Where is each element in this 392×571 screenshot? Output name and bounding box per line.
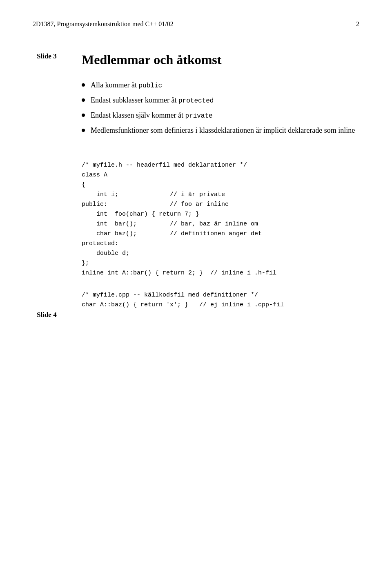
code-line-foo: int foo(char) { return 7; } bbox=[82, 210, 359, 219]
code-protected: protected bbox=[178, 97, 214, 105]
page: 2D1387, Programsystemkonstruktion med C+… bbox=[0, 0, 392, 571]
list-item: Alla kommer åt public bbox=[82, 80, 359, 91]
code-line-baz: char baz(); // definitionen anger det bbox=[82, 229, 359, 239]
code-line-protected: protected: bbox=[82, 239, 359, 249]
bullet-dot-icon bbox=[82, 83, 85, 87]
code-block-1: /* myfile.h -- headerfil med deklaration… bbox=[82, 161, 359, 278]
list-item: Endast subklasser kommer åt protected bbox=[82, 95, 359, 106]
page-header: 2D1387, Programsystemkonstruktion med C+… bbox=[33, 20, 359, 28]
bullet-dot-icon bbox=[82, 98, 85, 102]
code-comment-1: /* myfile.h -- headerfil med deklaration… bbox=[82, 161, 359, 170]
header-page-number: 2 bbox=[356, 20, 359, 28]
code-comment-2: /* myfile.cpp -- källkodsfil med definit… bbox=[82, 290, 359, 300]
code-line-bar: int bar(); // bar, baz är inline om bbox=[82, 219, 359, 229]
code-public: public bbox=[138, 82, 162, 89]
header-title: 2D1387, Programsystemkonstruktion med C+… bbox=[33, 20, 174, 28]
bullet-text-3: Endast klassen själv kommer åt private bbox=[91, 110, 359, 121]
code-line-inline-bar: inline int A::bar() { return 2; } // inl… bbox=[82, 268, 359, 278]
code-line-brace-close: }; bbox=[82, 259, 359, 268]
list-item: Medlemsfunktioner som definieras i klass… bbox=[82, 125, 359, 136]
code-line-baz-def: char A::baz() { return 'x'; } // ej inli… bbox=[82, 300, 359, 310]
bullet-text-2: Endast subklasser kommer åt protected bbox=[91, 95, 359, 106]
code-line-int-i: int i; // i är private bbox=[82, 190, 359, 200]
code-line-double: double d; bbox=[82, 249, 359, 259]
slide3-label: Slide 3 bbox=[37, 52, 57, 60]
bullet-dot-icon bbox=[82, 129, 85, 132]
bullet-text-4: Medlemsfunktioner som definieras i klass… bbox=[91, 125, 359, 136]
slide3-title: Medlemmar och åtkomst bbox=[82, 52, 359, 67]
code-line-brace-open: { bbox=[82, 180, 359, 190]
slide4-section: /* myfile.h -- headerfil med deklaration… bbox=[82, 161, 359, 310]
code-line-class: class A bbox=[82, 170, 359, 180]
bullet-dot-icon bbox=[82, 114, 85, 117]
code-private: private bbox=[185, 112, 212, 120]
bullet-text-1: Alla kommer åt public bbox=[91, 80, 359, 91]
slide3-section: Slide 3 Medlemmar och åtkomst Alla komme… bbox=[82, 52, 359, 136]
code-line-public: public: // foo är inline bbox=[82, 200, 359, 210]
list-item: Endast klassen själv kommer åt private bbox=[82, 110, 359, 121]
slide3-bullets: Alla kommer åt public Endast subklasser … bbox=[82, 80, 359, 136]
main-content: Slide 3 Medlemmar och åtkomst Alla komme… bbox=[82, 52, 359, 310]
slide4-label: Slide 4 bbox=[37, 311, 57, 319]
code-block-2: /* myfile.cpp -- källkodsfil med definit… bbox=[82, 290, 359, 310]
